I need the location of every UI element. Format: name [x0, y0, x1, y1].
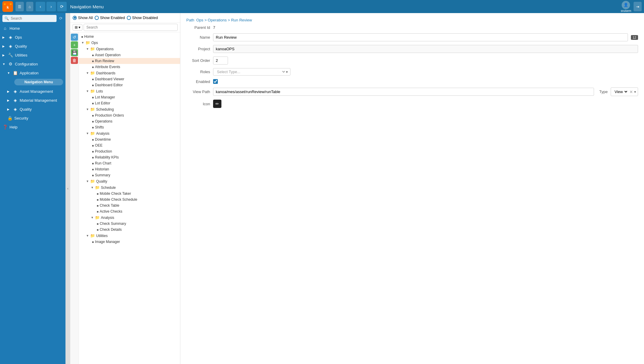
history-button[interactable]: ⟳ — [57, 2, 67, 11]
item-icon: ■ — [97, 192, 99, 195]
tree-node-lot-editor[interactable]: ■ Lot Editor — [79, 100, 180, 106]
sync-icon[interactable]: ⟳ — [59, 16, 62, 21]
expand-collapse-button[interactable]: ⊞ ▾ — [73, 24, 82, 31]
sort-order-label: Sort Order — [186, 58, 210, 63]
home-button[interactable]: ⌂ — [26, 2, 33, 11]
tree-node-dashboard-viewer[interactable]: ■ Dashboard Viewer — [79, 76, 180, 82]
refresh-button[interactable]: ↺ — [71, 34, 78, 41]
show-all-option[interactable]: Show All — [73, 15, 93, 20]
type-select[interactable]: View — [613, 89, 628, 95]
show-all-radio[interactable] — [73, 16, 77, 20]
tree-node-active-checks[interactable]: ■ Active Checks — [79, 208, 180, 214]
sidebar-item-quality-sub[interactable]: ▶ ◈ Quality — [0, 105, 65, 114]
tree-node-lots[interactable]: ▼ 📁 Lots — [79, 88, 180, 94]
tree-node-utilities[interactable]: ▼ 📁 Utilities — [79, 233, 180, 239]
tree-search-input[interactable] — [84, 24, 178, 31]
search-input[interactable] — [2, 15, 57, 22]
tree-node-operations[interactable]: ▼ 📁 Operations — [79, 46, 180, 52]
item-icon: ■ — [92, 144, 94, 147]
utilities-icon: 🔧 — [8, 53, 13, 57]
sidebar-item-asset-mgmt[interactable]: ▶ ◈ Asset Management — [0, 87, 65, 96]
tree-node-schedule[interactable]: ▼ 📁 Schedule — [79, 184, 180, 191]
tree-node-scheduling[interactable]: ▼ 📁 Scheduling — [79, 106, 180, 112]
tree-node-oee[interactable]: ■ OEE — [79, 142, 180, 148]
top-header: k ☰ ⌂ ‹ › ⟳ Navigation Menu 👤 sruisem ⇥ — [0, 0, 644, 13]
save-button[interactable]: 💾 — [71, 49, 78, 56]
project-row: Project — [186, 45, 638, 53]
tree-node-quality[interactable]: ▼ 📁 Quality — [79, 178, 180, 184]
project-input[interactable] — [213, 45, 638, 53]
add-button[interactable]: + — [71, 41, 78, 48]
tree-node-home[interactable]: ■ Home — [79, 34, 180, 40]
tree-node-production-orders[interactable]: ■ Production Orders — [79, 112, 180, 118]
login-button[interactable]: ⇥ — [634, 2, 642, 11]
tree-node-downtime[interactable]: ■ Downtime — [79, 136, 180, 142]
tree-node-production[interactable]: ■ Production — [79, 148, 180, 154]
ops-icon: ◈ — [8, 35, 13, 40]
type-select-wrap[interactable]: View ✕ ▾ — [611, 87, 638, 96]
show-enabled-label: Show Enabled — [100, 15, 125, 20]
folder-icon: 📁 — [85, 40, 90, 45]
tree-node-ops[interactable]: ▼ 📁 Ops — [79, 40, 180, 46]
sidebar-item-nav-menu[interactable]: Navigation Menu — [0, 77, 65, 87]
sidebar-item-security[interactable]: 🔒 Security — [0, 114, 65, 123]
sidebar-item-application[interactable]: ▼ 📋 Application — [0, 68, 65, 77]
tree-node-asset-operation[interactable]: ■ Asset Operation — [79, 52, 180, 58]
show-all-label: Show All — [78, 15, 93, 20]
tree-node-mobile-check-taker[interactable]: ■ Mobile Check Taker — [79, 191, 180, 197]
roles-select[interactable]: Select Type... — [216, 69, 286, 74]
nav-buttons: ‹ › ⟳ — [36, 2, 67, 11]
show-disabled-label: Show Disabled — [132, 15, 158, 20]
back-button[interactable]: ‹ — [36, 2, 45, 11]
sidebar-item-label: Security — [14, 116, 28, 120]
tree-node-analysis[interactable]: ▼ 📁 Analysis — [79, 130, 180, 136]
tree-node-operations-sched[interactable]: ■ Operations — [79, 118, 180, 124]
sidebar-item-home[interactable]: ⌂ Home — [0, 24, 65, 33]
delete-button[interactable]: 🗑 — [71, 57, 78, 64]
roles-select-wrap[interactable]: Select Type... ▾ — [213, 68, 290, 76]
icon-preview[interactable]: ✏ — [213, 100, 221, 108]
sidebar-item-quality[interactable]: ▶ ◈ Quality — [0, 42, 65, 51]
show-enabled-radio[interactable] — [95, 16, 99, 20]
icon-row: Icon ✏ — [186, 100, 638, 108]
chevron-icon: ▶ — [7, 108, 11, 111]
tree-node-label: Check Details — [100, 228, 122, 232]
sidebar-item-configuration[interactable]: ▼ ⚙ Configuration — [0, 59, 65, 68]
name-input[interactable] — [213, 33, 628, 41]
tree-node-run-review[interactable]: ■ Run Review — [79, 58, 180, 64]
tree-node-shifts[interactable]: ■ Shifts — [79, 124, 180, 130]
enabled-checkbox[interactable] — [213, 79, 218, 84]
sidebar-item-material-mgmt[interactable]: ▶ ◈ Material Management — [0, 96, 65, 105]
tree-node-dashboard-editor[interactable]: ■ Dashboard Editor — [79, 82, 180, 88]
tree-node-mobile-check-schedule[interactable]: ■ Mobile Check Schedule — [79, 197, 180, 203]
tree-node-analysis-quality[interactable]: ▼ 📁 Analysis — [79, 214, 180, 221]
sort-order-input[interactable] — [213, 57, 228, 65]
tree-node-check-summary[interactable]: ■ Check Summary — [79, 221, 180, 227]
tree-node-lot-manager[interactable]: ■ Lot Manager — [79, 94, 180, 100]
tree-node-historian[interactable]: ■ Historian — [79, 166, 180, 172]
tree-node-summary[interactable]: ■ Summary — [79, 172, 180, 178]
filter-bar: Show All Show Enabled Show Disabled — [70, 13, 180, 23]
tree-node-image-manager[interactable]: ■ Image Manager — [79, 239, 180, 245]
tree-node-check-table[interactable]: ■ Check Table — [79, 203, 180, 208]
tree-node-reliability-kpis[interactable]: ■ Reliability KPIs — [79, 154, 180, 160]
type-clear-icon[interactable]: ✕ — [629, 90, 633, 94]
sidebar-item-ops[interactable]: ▶ ◈ Ops — [0, 33, 65, 42]
sidebar-item-help[interactable]: ❓ Help — [0, 123, 65, 131]
show-disabled-option[interactable]: Show Disabled — [127, 15, 158, 20]
show-disabled-radio[interactable] — [127, 16, 131, 20]
tree-node-run-chart[interactable]: ■ Run Chart — [79, 160, 180, 166]
hamburger-button[interactable]: ☰ — [15, 2, 24, 11]
tree-node-attribute-events[interactable]: ■ Attribute Events — [79, 64, 180, 70]
sidebar-item-utilities[interactable]: ▶ 🔧 Utilities — [0, 51, 65, 59]
view-path-input[interactable] — [213, 88, 594, 96]
roles-chevron-icon: ▾ — [286, 70, 288, 74]
tree-node-dashboards[interactable]: ▼ 📁 Dashboards — [79, 70, 180, 76]
item-icon: ■ — [92, 65, 94, 69]
forward-button[interactable]: › — [46, 2, 56, 11]
show-enabled-option[interactable]: Show Enabled — [95, 15, 125, 20]
svg-text:k: k — [7, 5, 9, 10]
tree-node-check-details[interactable]: ■ Check Details — [79, 227, 180, 233]
project-label: Project — [186, 47, 210, 51]
collapse-handle[interactable]: ‹ — [65, 13, 70, 364]
